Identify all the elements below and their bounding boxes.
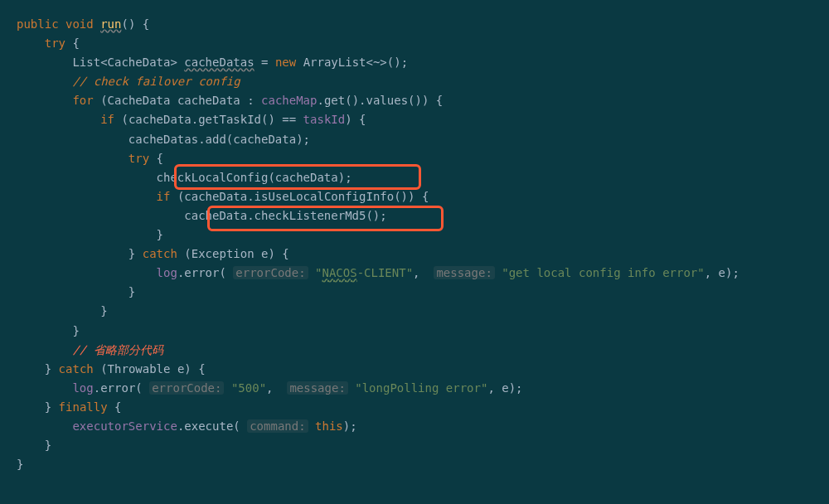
type-list: List [72, 56, 100, 69]
keyword-new: new [275, 56, 296, 69]
hint-message: message: [434, 266, 494, 279]
code-line[interactable]: } [17, 285, 135, 298]
field-executorService: executorService [72, 419, 177, 433]
field-log: log [72, 381, 93, 395]
method-name-run: run [100, 17, 121, 31]
code-line[interactable]: checkLocalConfig(cacheData); [17, 171, 352, 184]
hint-errorCode: errorCode: [149, 381, 224, 395]
keyword-finally: finally [59, 400, 108, 414]
keyword-if: if [100, 113, 114, 126]
code-line[interactable]: public void run() { [17, 17, 149, 31]
code-line[interactable]: if (cacheData.getTaskId() == taskId) { [17, 113, 366, 126]
code-line[interactable]: cacheData.checkListenerMd5(); [17, 209, 387, 222]
code-line[interactable]: } [17, 439, 51, 452]
code-line[interactable]: // 省略部分代码 [17, 343, 163, 356]
code-line[interactable]: executorService.execute( command: this); [17, 419, 357, 433]
hint-errorCode: errorCode: [233, 266, 308, 279]
code-line[interactable]: } [17, 304, 108, 317]
code-line[interactable]: try { [17, 36, 80, 50]
field-log: log [157, 266, 177, 279]
keyword-if: if [157, 190, 171, 203]
code-line[interactable]: try { [17, 152, 163, 165]
keyword-catch: catch [143, 247, 177, 260]
code-line[interactable]: for (CacheData cacheData : cacheMap.get(… [17, 94, 443, 107]
code-line[interactable]: } [17, 324, 80, 337]
code-line[interactable]: } [17, 458, 23, 471]
call-checkLocalConfig: checkLocalConfig(cacheData); [157, 171, 352, 184]
code-line[interactable]: } catch (Throwable e) { [17, 362, 206, 376]
field-cacheMap: cacheMap [261, 94, 317, 107]
keyword-for: for [72, 94, 93, 107]
code-line[interactable]: List<CacheData> cacheDatas = new ArrayLi… [17, 56, 408, 69]
keyword-catch: catch [59, 362, 94, 376]
hint-message: message: [287, 381, 347, 395]
field-taskId: taskId [303, 113, 346, 126]
keyword-try: try [128, 152, 149, 165]
code-line[interactable]: } catch (Exception e) { [17, 247, 289, 260]
keyword-public: public [17, 17, 59, 31]
comment-omitted: // 省略部分代码 [72, 343, 162, 356]
code-line[interactable]: log.error( errorCode: "500", message: "l… [17, 381, 523, 395]
keyword-this: this [315, 419, 343, 433]
var-cacheDatas: cacheDatas [184, 56, 254, 69]
keyword-try: try [45, 36, 65, 50]
code-line[interactable]: } finally { [17, 400, 121, 414]
code-line[interactable]: if (cacheData.isUseLocalConfigInfo()) { [17, 190, 429, 203]
code-line[interactable]: } [17, 228, 163, 241]
code-line[interactable]: // check failover config [17, 75, 240, 88]
comment-failover: // check failover config [72, 75, 240, 88]
hint-command: command: [247, 419, 308, 433]
keyword-void: void [65, 17, 94, 31]
call-checkListenerMd5: cacheData.checkListenerMd5(); [184, 209, 386, 222]
code-line[interactable]: log.error( errorCode: "NACOS-CLIENT", me… [17, 266, 739, 279]
code-line[interactable]: cacheDatas.add(cacheData); [17, 133, 310, 146]
